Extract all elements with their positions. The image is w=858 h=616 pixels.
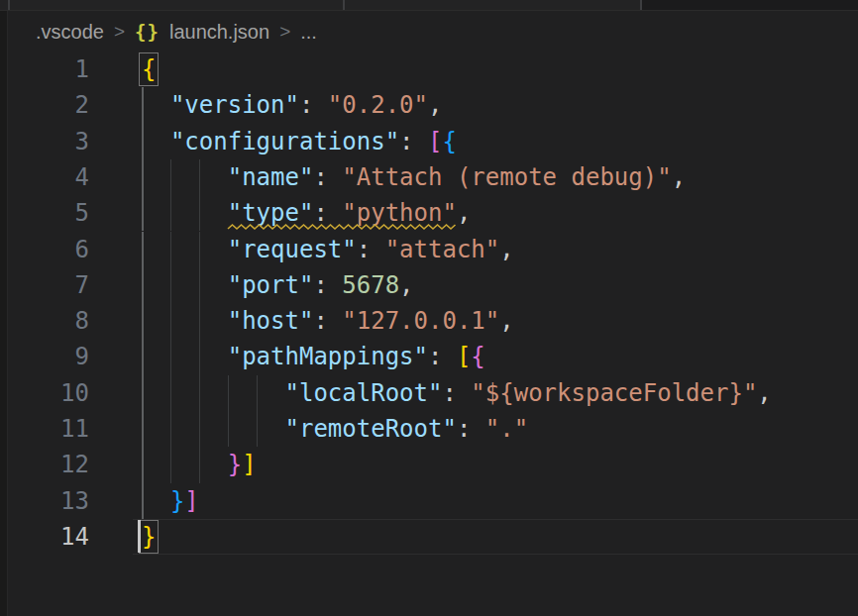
line-number[interactable]: 12 <box>0 447 89 482</box>
code-text: "name": "Attach (remote debug)", <box>228 159 686 195</box>
code-text: "request": "attach", <box>228 232 514 267</box>
code-line-11[interactable]: 11"remoteRoot": "." <box>0 411 858 447</box>
indent-guide <box>199 411 200 447</box>
line-number[interactable]: 6 <box>0 232 89 267</box>
code-text: "localRoot": "${workspaceFolder}", <box>285 375 772 411</box>
indent-guide <box>170 411 171 447</box>
indent-guide <box>142 339 144 374</box>
code-line-10[interactable]: 10"localRoot": "${workspaceFolder}", <box>0 375 858 411</box>
current-line-highlight <box>133 519 858 555</box>
indent-guide <box>199 339 200 374</box>
indent-guide <box>257 375 258 411</box>
code-line-7[interactable]: 7"port": 5678, <box>0 267 858 303</box>
line-number[interactable]: 14 <box>0 519 89 555</box>
code-line-8[interactable]: 8"host": "127.0.0.1", <box>0 303 858 339</box>
code-line-2[interactable]: 2"version": "0.2.0", <box>0 87 858 123</box>
code-line-4[interactable]: 4"name": "Attach (remote debug)", <box>0 159 858 195</box>
line-number[interactable]: 5 <box>0 195 89 231</box>
line-number[interactable]: 1 <box>0 51 89 87</box>
indent-guide <box>199 195 200 231</box>
warning-squiggle <box>228 223 458 231</box>
indent-guide <box>170 159 171 195</box>
indent-guide <box>199 232 200 267</box>
indent-guide <box>170 339 171 374</box>
indent-guide <box>170 267 171 303</box>
indent-guide <box>142 447 144 482</box>
code-text: "port": 5678, <box>228 267 414 303</box>
line-number[interactable]: 3 <box>0 124 89 159</box>
indent-guide <box>142 483 144 519</box>
code-text: "pathMappings": [{ <box>228 339 485 374</box>
indent-guide <box>142 124 144 159</box>
line-number[interactable]: 11 <box>0 411 89 447</box>
line-number[interactable]: 13 <box>0 483 89 519</box>
indent-guide <box>170 375 171 411</box>
indent-guide <box>228 375 229 411</box>
code-line-5[interactable]: 5"type": "python", <box>0 195 858 231</box>
line-number[interactable]: 10 <box>0 375 89 411</box>
line-number[interactable]: 7 <box>0 267 89 303</box>
line-number[interactable]: 8 <box>0 303 89 339</box>
code-text: "remoteRoot": "." <box>285 411 529 447</box>
code-text: "version": "0.2.0", <box>170 87 443 123</box>
code-text: "configurations": [{ <box>170 124 457 159</box>
code-text: }] <box>228 447 257 482</box>
indent-guide <box>142 267 144 303</box>
text-cursor <box>138 520 141 553</box>
indent-guide <box>142 87 144 123</box>
indent-guide <box>199 267 200 303</box>
indent-guide <box>199 375 200 411</box>
indent-guide <box>142 375 144 411</box>
code-text: "host": "127.0.0.1", <box>228 303 514 339</box>
code-line-14[interactable]: 14} <box>0 519 858 555</box>
indent-guide <box>228 411 229 447</box>
indent-guide <box>170 303 171 339</box>
indent-guide <box>142 411 144 447</box>
indent-guide <box>257 411 258 447</box>
code-text: { <box>142 51 156 87</box>
indent-guide <box>142 159 144 195</box>
code-line-12[interactable]: 12}] <box>0 447 858 482</box>
line-number[interactable]: 2 <box>0 87 89 123</box>
code-line-6[interactable]: 6"request": "attach", <box>0 232 858 267</box>
code-text: }] <box>170 483 199 519</box>
indent-guide <box>170 447 171 482</box>
code-text: } <box>142 519 156 555</box>
code-line-9[interactable]: 9"pathMappings": [{ <box>0 339 858 374</box>
code-line-3[interactable]: 3"configurations": [{ <box>0 124 858 159</box>
indent-guide <box>142 232 144 267</box>
indent-guide <box>199 447 200 482</box>
indent-guide <box>142 195 144 231</box>
indent-guide <box>142 303 144 339</box>
code-area[interactable]: 1{2"version": "0.2.0",3"configurations":… <box>0 0 858 616</box>
code-line-1[interactable]: 1{ <box>0 51 858 87</box>
indent-guide <box>199 159 200 195</box>
line-number[interactable]: 9 <box>0 339 89 374</box>
indent-guide <box>199 303 200 339</box>
indent-guide <box>170 232 171 267</box>
indent-guide <box>170 195 171 231</box>
line-number[interactable]: 4 <box>0 159 89 195</box>
code-line-13[interactable]: 13}] <box>0 483 858 519</box>
